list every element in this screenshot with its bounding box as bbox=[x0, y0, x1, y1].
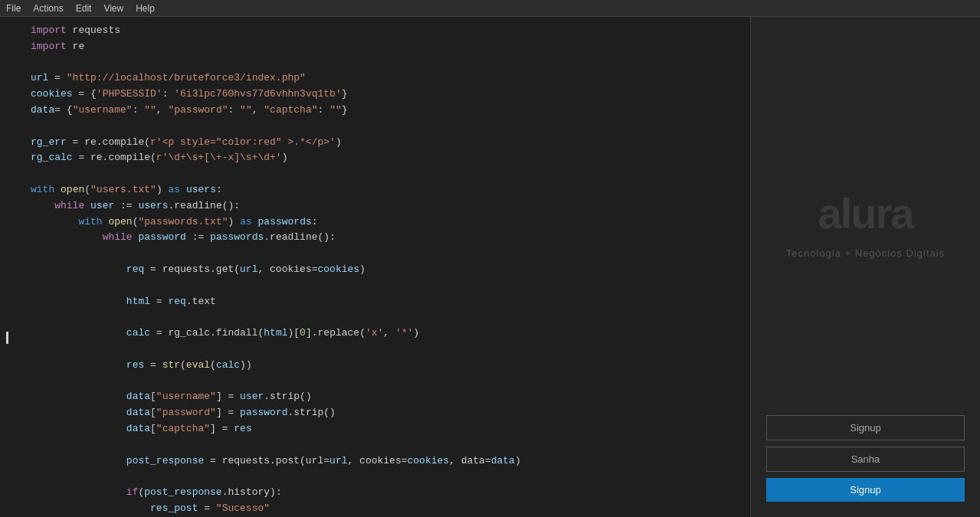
alura-logo: alura bbox=[818, 188, 913, 238]
right-buttons: Signup Sanha Signup bbox=[766, 415, 965, 502]
menu-edit[interactable]: Edit bbox=[76, 3, 92, 14]
cursor bbox=[6, 332, 8, 344]
menu-help[interactable]: Help bbox=[136, 3, 155, 14]
sanha-button[interactable]: Sanha bbox=[766, 447, 965, 472]
menu-bar: File Actions Edit View Help bbox=[0, 0, 980, 17]
alura-tagline: Tecnologia + Negócios Digitais bbox=[786, 247, 945, 259]
main-container: import requests import re url = "http://… bbox=[0, 17, 980, 517]
menu-actions[interactable]: Actions bbox=[33, 3, 63, 14]
signup-button-1[interactable]: Signup bbox=[766, 415, 965, 440]
right-panel: alura Tecnologia + Negócios Digitais Sig… bbox=[750, 17, 980, 517]
menu-file[interactable]: File bbox=[6, 3, 21, 14]
login-button[interactable]: Signup bbox=[766, 478, 965, 502]
code-editor[interactable]: import requests import re url = "http://… bbox=[0, 17, 750, 517]
menu-view[interactable]: View bbox=[103, 3, 123, 14]
alura-logo-area: alura Tecnologia + Negócios Digitais bbox=[786, 32, 945, 415]
